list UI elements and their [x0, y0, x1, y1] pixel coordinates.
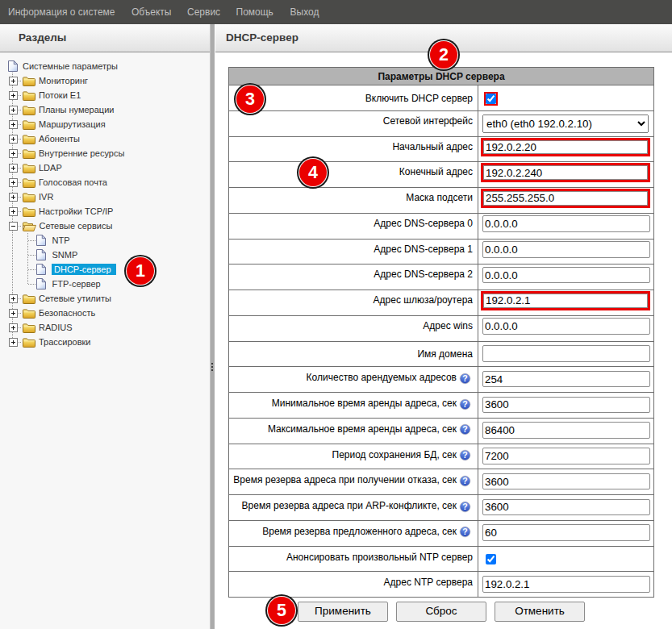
- svg-text:?: ?: [462, 450, 467, 460]
- svg-text:?: ?: [462, 476, 467, 485]
- svg-text:?: ?: [462, 527, 467, 536]
- svg-text:?: ?: [462, 502, 467, 511]
- svg-text:?: ?: [462, 373, 467, 383]
- svg-text:?: ?: [462, 399, 467, 409]
- svg-text:?: ?: [462, 424, 467, 434]
